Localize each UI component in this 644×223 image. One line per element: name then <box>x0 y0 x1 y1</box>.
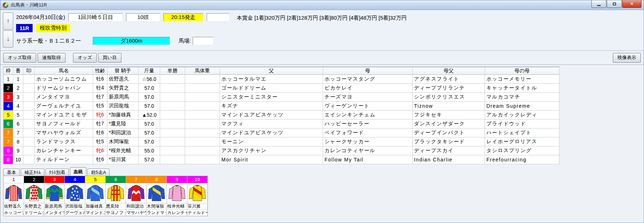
bet-selection-button[interactable]: 買い目 <box>98 53 121 63</box>
table-row[interactable]: 55マインドユアミモザ牝6*加藤雄真▲52.0マインドユアビスケッツエイシンキン… <box>4 111 559 120</box>
silk-column[interactable]: 7 和田譲治マサハヤウォルズ <box>126 176 146 216</box>
cell-dam-sire: ブラックタキシード <box>413 137 485 146</box>
silk-column[interactable]: 2 矢野貴之ドリームジャパン <box>24 176 44 216</box>
race-number-badge: 11R <box>16 24 33 32</box>
cell-dam-sire: ディープブリランテ <box>413 84 485 93</box>
silk-jockey-name: 新原周馬 <box>44 203 64 210</box>
cell-weight: 57.0 <box>139 84 160 93</box>
silk-column[interactable]: 3 新原周馬メンタイマヨ <box>44 176 65 216</box>
tab-ｸﾗｽ別着[interactable]: ｸﾗｽ別着 <box>45 169 69 176</box>
cell-sire: ホッコータルマエ <box>220 75 323 84</box>
silk-column[interactable]: 10 笹川翼ティルドーン <box>187 176 207 216</box>
minimize-icon <box>597 5 601 6</box>
cell-win-odds <box>160 75 185 84</box>
cell-dam: Follow My Tail <box>323 155 413 164</box>
cell-frame: 2 <box>4 84 13 93</box>
tab-血統[interactable]: 血統 <box>70 167 86 176</box>
down-arrow-icon: ↓ <box>7 36 10 42</box>
table-row[interactable]: 66サヨノフィールド牡7*鷹見陸57.0マクフィハッピーセーラーダンスインザダー… <box>4 120 559 129</box>
silk-column[interactable]: 6 鷹見陸サヨノフィールド <box>106 176 126 216</box>
prev-race-button[interactable]: ↑ <box>3 13 13 30</box>
cell-dam-sire: アグネスフライト <box>413 75 485 84</box>
table-row[interactable]: 33メンタイマヨ牡7新原周馬57.0シニスターミニスターチーズマヨシンボリクリス… <box>4 93 559 102</box>
maximize-button[interactable] <box>607 0 622 8</box>
cell-dam-sire: ディープスカイ <box>413 146 485 155</box>
close-button[interactable]: ✕ <box>622 0 641 8</box>
distance-badge: ダ1600m <box>93 37 170 45</box>
cell-weight: 57.0 <box>139 120 160 129</box>
cell-dam: ピカケレイ <box>323 84 413 93</box>
column-header: 単勝 <box>160 67 185 75</box>
silk-jockey-name: 沢田龍哉 <box>65 203 85 210</box>
next-race-button[interactable]: ↓ <box>3 30 13 48</box>
cell-frame: 7 <box>4 129 13 137</box>
table-row[interactable]: 78ランドマックス牡5木間塚龍57.0モーニンシャークサッカーブラックタキシード… <box>4 137 559 146</box>
silk-column[interactable]: 5 加藤雄真マインドユアミモザ <box>85 176 106 216</box>
app-icon <box>3 2 9 8</box>
track-condition-label: 馬場: <box>179 38 191 44</box>
maximize-icon <box>613 3 616 5</box>
cell-jockey: *鷹見陸 <box>107 120 139 129</box>
cell-dam-dam: マルカコマチ <box>485 93 559 102</box>
cell-dam-sire: ディープインパクト <box>413 129 485 137</box>
cell-win-odds <box>160 129 185 137</box>
cell-horse-name: メンタイマヨ <box>35 93 93 102</box>
silk-column[interactable]: 9 桜井光輔カレンチャンキー <box>167 176 187 216</box>
cell-sex-age: 牝6 <box>93 111 107 120</box>
jockey-silk-icon <box>167 183 187 203</box>
cell-dam-dam: タシロスプリング <box>485 146 559 155</box>
flash-fetch-button[interactable]: 速報取得 <box>38 53 66 63</box>
start-time-box: 20:15発走 <box>163 13 203 21</box>
table-row[interactable]: 22ドリームジャパン牡4矢野貴之57.0ゴールドドリームピカケレイディープブリラ… <box>4 84 559 93</box>
silk-jockey-name: 佐野遥久 <box>4 203 24 210</box>
silk-frame-number: 6 <box>106 176 126 183</box>
cell-dam-dam: レイホーグロリアス <box>485 137 559 146</box>
table-row[interactable]: 44グーヴェルナイユ牡5沢田龍哉57.0キズナヴィーゲンリートTiznowDre… <box>4 102 559 111</box>
odds-button[interactable]: オッズ <box>73 53 97 63</box>
cell-number: 6 <box>13 120 23 129</box>
cell-sire: Mor Spirit <box>220 155 323 164</box>
cell-body-weight <box>185 111 220 120</box>
column-header: 替 騎手 <box>107 67 139 75</box>
table-row[interactable]: 89カレンチャンキー牝6*桜井光輔55.0アスカクリチャンカレンコティヤールディ… <box>4 146 559 155</box>
tab-基本[interactable]: 基本 <box>3 169 20 176</box>
cell-horse-name: マサハヤウォルズ <box>35 129 93 137</box>
odds-fetch-button[interactable]: オッズ取得 <box>3 53 36 63</box>
cell-dam: シャークサッカー <box>323 137 413 146</box>
minimize-button[interactable] <box>591 0 606 8</box>
silk-column[interactable]: 8 木間塚龍ランドマックス <box>146 176 167 216</box>
cell-weight: ☆56.0 <box>139 75 160 84</box>
tab-前5走A[interactable]: 前5走A <box>87 169 110 176</box>
silk-horse-name: カレンチャンキー <box>167 210 187 216</box>
cell-win-odds <box>160 84 185 93</box>
race-class: サラ系一般・Ｂ１二Ｂ２一 <box>16 38 93 44</box>
cell-number: 4 <box>13 102 23 111</box>
app-window: 出馬表・川崎11R ✕ ↑ ↓ 2026年04月10日(金) 1回川崎５日目 1… <box>0 0 644 223</box>
cell-number: 5 <box>13 111 23 120</box>
blank-info-box <box>207 13 230 21</box>
cell-jockey: 佐野遥久 <box>107 75 139 84</box>
silk-column[interactable]: 4 沢田龍哉グーヴェルナイユ <box>65 176 85 216</box>
cell-dam: チーズマヨ <box>323 93 413 102</box>
table-row[interactable]: 11ホッコーソムニウム牡6佐野遥久☆56.0ホッコータルマエホッコーマスタングア… <box>4 75 559 84</box>
cell-jockey: *和田譲治 <box>107 129 139 137</box>
silk-horse-name: ティルドーン <box>187 210 207 216</box>
race-info-line: 2026年04月10日(金) 1回川崎５日目 10頭 20:15発走 <box>16 13 230 21</box>
jockey-silk-icon <box>4 183 24 203</box>
jockey-silk-icon <box>106 183 126 203</box>
tab-補正ﾀｲﾑ[interactable]: 補正ﾀｲﾑ <box>21 169 44 176</box>
table-row[interactable]: 77マサハヤウォルズ牡6*和田譲治57.0マインドユアビスケッツベイフォワードデ… <box>4 129 559 137</box>
prize-money: 本賞金 [1着]320万円 [2着]128万円 [3着]80万円 [4着]48万… <box>237 15 407 21</box>
cell-frame: 8 <box>4 155 13 164</box>
jockey-silk-icon <box>187 183 207 203</box>
title-bar: 出馬表・川崎11R ✕ <box>0 0 644 10</box>
video-display-button[interactable]: 映像表示 <box>613 53 641 63</box>
silk-column[interactable]: 1 佐野遥久ホッコーソムニウム <box>4 176 24 216</box>
cell-sire: マインドユアビスケッツ <box>220 111 323 120</box>
cell-dam-dam: Dream Supreme <box>485 102 559 111</box>
cell-sire: マクフィ <box>220 120 323 129</box>
cell-mark <box>23 129 35 137</box>
table-row[interactable]: 810ティルドーン牡6*笹川翼57.0Mor SpiritFollow My T… <box>4 155 559 164</box>
cell-sire: マインドユアビスケッツ <box>220 129 323 137</box>
silk-frame-number: 3 <box>44 176 64 183</box>
